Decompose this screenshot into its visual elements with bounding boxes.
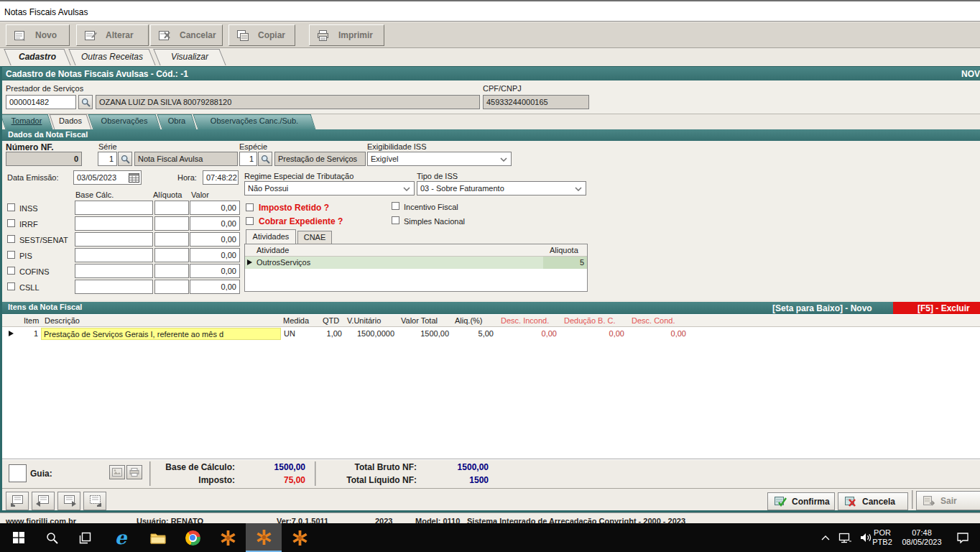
simples-nacional-checkbox[interactable] xyxy=(392,216,399,224)
itens-hint-novo: [Seta para Baixo] - Novo xyxy=(772,303,872,313)
inss-valor-field[interactable]: 0,00 xyxy=(190,201,240,215)
irrf-base-field[interactable] xyxy=(75,216,153,231)
especie-desc-field[interactable]: Prestação de Serviços xyxy=(274,152,366,166)
csll-checkbox[interactable] xyxy=(7,282,15,290)
inss-aliquota-field[interactable] xyxy=(154,201,189,215)
tab-atividades[interactable]: Atividades xyxy=(246,229,296,244)
bottom-action-row: Confirma Cancela Sair xyxy=(2,489,980,510)
item-row[interactable]: 1 Prestação de Serviços Gerais I, refere… xyxy=(2,328,980,340)
exigibilidade-label: Exigibilidade ISS xyxy=(367,142,427,151)
app-window-2-button-active[interactable] xyxy=(246,523,282,552)
task-view-button[interactable] xyxy=(70,523,99,552)
novo-button[interactable]: Novo xyxy=(6,24,70,46)
especie-field[interactable]: 1 xyxy=(239,152,257,166)
csll-aliquota-field[interactable] xyxy=(154,280,189,294)
cancela-button[interactable]: Cancela xyxy=(838,492,908,510)
itens-section-title: Itens da Nota Fiscal xyxy=(8,303,82,311)
guia-print-button[interactable] xyxy=(126,465,142,479)
tab-tomador[interactable]: Tomador xyxy=(3,114,50,129)
tab-outras-receitas[interactable]: Outras Receitas xyxy=(72,49,152,65)
record-next-button[interactable] xyxy=(57,492,80,510)
especie-search-button[interactable] xyxy=(258,152,272,166)
col-desc-incond: Desc. Incond. xyxy=(499,315,551,327)
chrome-button[interactable] xyxy=(177,523,208,552)
tab-obs-canc-sub[interactable]: Observações Canc./Sub. xyxy=(195,114,313,129)
irrf-checkbox[interactable] xyxy=(7,219,15,227)
atividades-table: Atividade Aliquota OutrosServiços 5 xyxy=(244,244,588,292)
copiar-button[interactable]: Copiar xyxy=(228,24,295,46)
serie-desc-field[interactable]: Nota Fiscal Avulsa xyxy=(134,152,238,166)
pis-checkbox[interactable] xyxy=(7,251,15,259)
tipo-iss-select[interactable]: 03 - Sobre Faturamento xyxy=(417,181,586,196)
hora-field[interactable]: 07:48:22 xyxy=(203,170,239,185)
numero-nf-field[interactable]: 0 xyxy=(6,152,82,166)
incentivo-fiscal-checkbox[interactable] xyxy=(392,202,399,210)
cofins-valor-field[interactable]: 0,00 xyxy=(190,264,240,278)
confirma-button[interactable]: Confirma xyxy=(767,492,835,510)
serie-search-button[interactable] xyxy=(118,152,132,166)
atividade-row[interactable]: OutrosServiços 5 xyxy=(245,257,587,269)
record-prev-icon xyxy=(35,494,51,507)
tab-cnae[interactable]: CNAE xyxy=(297,231,332,244)
sest-senat-base-field[interactable] xyxy=(75,232,153,247)
pis-aliquota-field[interactable] xyxy=(154,248,189,262)
taskbar-search-button[interactable] xyxy=(37,523,66,552)
tab-dados[interactable]: Dados xyxy=(52,114,89,129)
tab-visualizar[interactable]: Visualizar xyxy=(157,49,223,65)
tab-observacoes[interactable]: Observações xyxy=(91,114,158,129)
record-last-button[interactable] xyxy=(83,492,106,510)
cpf-cnpj-field[interactable]: 45933244000165 xyxy=(483,95,589,109)
guia-image-button[interactable] xyxy=(109,465,125,479)
imposto-retido-checkbox[interactable] xyxy=(246,203,254,211)
serie-field[interactable]: 1 xyxy=(98,152,117,166)
alterar-button[interactable]: Alterar xyxy=(76,24,149,46)
cofins-checkbox[interactable] xyxy=(7,267,15,275)
start-button[interactable] xyxy=(4,523,33,552)
csll-valor-field[interactable]: 0,00 xyxy=(190,280,240,294)
cofins-base-field[interactable] xyxy=(75,264,153,278)
calendar-icon[interactable] xyxy=(129,172,139,183)
item-cell-desc-incond: 0,00 xyxy=(496,328,559,340)
pis-base-field[interactable] xyxy=(75,248,153,262)
prestador-search-button[interactable] xyxy=(78,95,93,109)
status-versao: Ver:7.0.1.5011 xyxy=(277,517,328,523)
sest-senat-aliquota-field[interactable] xyxy=(154,232,189,247)
irrf-aliquota-field[interactable] xyxy=(154,216,189,231)
regime-select[interactable]: Não Possui xyxy=(244,181,415,196)
csll-base-field[interactable] xyxy=(75,280,153,294)
pis-valor-field[interactable]: 0,00 xyxy=(190,248,240,262)
sest-senat-valor-field[interactable]: 0,00 xyxy=(190,232,240,247)
network-tray-button[interactable] xyxy=(835,523,855,552)
prestador-nome-field[interactable]: OZANA LUIZ DA SILVA 80079288120 xyxy=(96,95,480,109)
app-window-3-button[interactable] xyxy=(283,523,316,552)
prestador-codigo-field[interactable]: 000001482 xyxy=(6,95,76,109)
guia-label: Guia: xyxy=(30,469,52,479)
tab-outras-receitas-label: Outras Receitas xyxy=(72,49,152,62)
action-center-button[interactable] xyxy=(950,523,976,552)
file-explorer-button[interactable] xyxy=(142,523,174,552)
cancelar-button[interactable]: Cancelar xyxy=(150,24,223,46)
app-window-1-button[interactable] xyxy=(211,523,244,552)
tray-expand-button[interactable] xyxy=(816,523,835,552)
irrf-valor-field[interactable]: 0,00 xyxy=(190,216,240,231)
guia-checkbox[interactable] xyxy=(9,464,27,482)
status-copyright: Sistema Integrado de Arrecadação Copyrig… xyxy=(467,517,685,523)
item-cell-qtd: 1,00 xyxy=(318,328,344,340)
sest-senat-checkbox[interactable] xyxy=(7,235,15,243)
tab-obra[interactable]: Obra xyxy=(160,114,194,129)
imprimir-button[interactable]: Imprimir xyxy=(309,24,384,46)
record-prev-button[interactable] xyxy=(32,492,55,510)
exigibilidade-select[interactable]: Exigível xyxy=(367,152,512,166)
clock[interactable]: 07:4808/05/2023 xyxy=(897,523,947,552)
tax-col-valor-label: Valor xyxy=(191,190,209,199)
cobrar-expediente-checkbox[interactable] xyxy=(246,217,254,225)
language-indicator[interactable]: PORPTB2 xyxy=(868,523,897,552)
inss-base-field[interactable] xyxy=(75,201,153,215)
cofins-aliquota-field[interactable] xyxy=(154,264,189,278)
record-first-button[interactable] xyxy=(6,492,29,510)
data-emissao-field[interactable]: 03/05/2023 xyxy=(73,170,142,185)
inss-checkbox[interactable] xyxy=(7,203,15,211)
ie-button[interactable]: e xyxy=(105,523,137,552)
sair-button[interactable]: Sair xyxy=(916,491,980,510)
tab-cadastro[interactable]: Cadastro xyxy=(7,49,68,65)
